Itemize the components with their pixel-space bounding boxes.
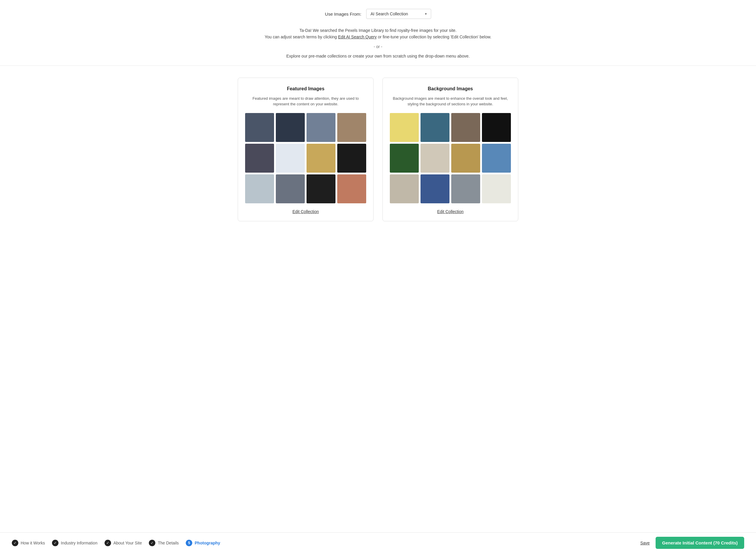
step-photography[interactable]: 5 Photography [186,540,220,546]
background-image-1 [390,113,419,142]
dropdown-value: AI Search Collection [370,11,408,16]
save-button[interactable]: Save [640,541,650,545]
background-image-12 [482,174,511,203]
background-image-2 [420,113,450,142]
step-number-photography: 5 [186,540,192,546]
background-edit-collection-link[interactable]: Edit Collection [390,209,511,214]
info-block: Ta-Da! We searched the Pexels Image Libr… [265,27,491,60]
featured-image-10 [276,174,305,203]
step-industry-information[interactable]: ✓ Industry Information [52,540,97,546]
featured-image-8 [337,144,366,173]
featured-image-1 [245,113,274,142]
featured-images-grid [245,113,366,203]
check-icon-about-your-site: ✓ [105,540,111,546]
info-line-1: Ta-Da! We searched the Pexels Image Libr… [265,27,491,33]
featured-image-2 [276,113,305,142]
or-divider: - or - [265,44,491,50]
featured-image-9 [245,174,274,203]
background-image-8 [482,144,511,173]
top-section: Use Images From: AI Search Collection ▾ … [0,0,756,66]
use-images-label: Use Images From: [325,11,361,16]
background-image-3 [451,113,480,142]
background-image-9 [390,174,419,203]
use-images-row: Use Images From: AI Search Collection ▾ [325,9,431,19]
check-icon-the-details: ✓ [149,540,155,546]
featured-image-3 [306,113,336,142]
info-line2-prefix: You can adjust search terms by clicking [265,34,337,39]
background-image-10 [420,174,450,203]
info-line-2: You can adjust search terms by clicking … [265,33,491,40]
featured-image-4 [337,113,366,142]
featured-image-7 [306,144,336,173]
chevron-down-icon: ▾ [425,12,427,16]
featured-image-11 [306,174,336,203]
step-the-details[interactable]: ✓ The Details [149,540,179,546]
featured-images-card: Featured Images Featured images are mean… [238,78,373,221]
step-label-the-details: The Details [158,541,179,545]
check-icon-industry-information: ✓ [52,540,59,546]
main-content: Featured Images Featured images are mean… [0,66,756,233]
edit-ai-search-query-link[interactable]: Edit AI Search Query [338,34,377,39]
featured-image-6 [276,144,305,173]
background-images-card: Background Images Background images are … [383,78,518,221]
featured-card-title: Featured Images [245,86,366,91]
background-image-7 [451,144,480,173]
info-line2-suffix: or fine-tune your collection by selectin… [378,34,491,39]
step-label-how-it-works: How it Works [21,541,45,545]
image-source-dropdown[interactable]: AI Search Collection ▾ [366,9,431,19]
background-image-4 [482,113,511,142]
step-how-it-works[interactable]: ✓ How it Works [12,540,45,546]
step-label-industry-information: Industry Information [61,541,97,545]
featured-image-12 [337,174,366,203]
featured-card-description: Featured images are meant to draw attent… [245,96,366,107]
background-image-11 [451,174,480,203]
info-line-3: Explore our pre-made collections or crea… [265,53,491,59]
featured-image-5 [245,144,274,173]
bottom-navigation: ✓ How it Works ✓ Industry Information ✓ … [0,532,756,553]
nav-actions: Save Generate Initial Content (70 Credit… [640,537,744,549]
step-about-your-site[interactable]: ✓ About Your Site [105,540,142,546]
background-images-grid [390,113,511,203]
featured-edit-collection-link[interactable]: Edit Collection [245,209,366,214]
step-label-about-your-site: About Your Site [114,541,142,545]
background-card-description: Background images are meant to enhance t… [390,96,511,107]
step-label-photography: Photography [195,541,220,545]
background-card-title: Background Images [390,86,511,91]
generate-button[interactable]: Generate Initial Content (70 Credits) [656,537,744,549]
background-image-6 [420,144,450,173]
check-icon-how-it-works: ✓ [12,540,18,546]
nav-steps: ✓ How it Works ✓ Industry Information ✓ … [12,540,220,546]
background-image-5 [390,144,419,173]
